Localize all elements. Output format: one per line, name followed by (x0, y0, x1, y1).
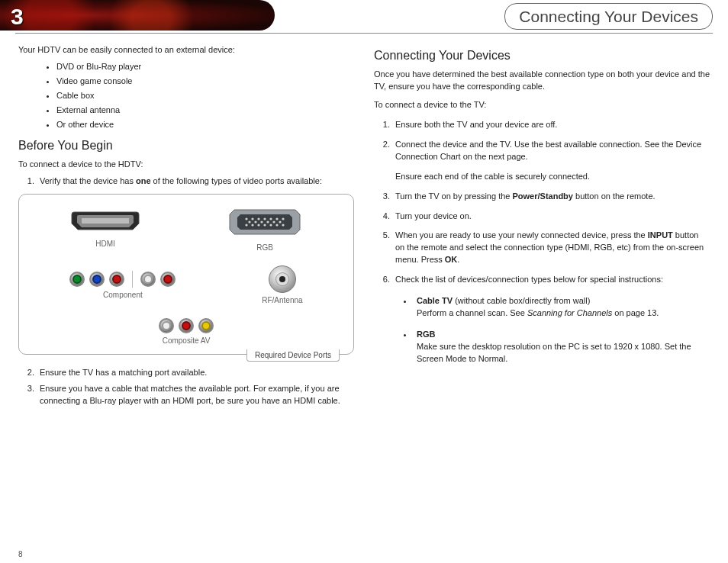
rf-label: RF/Antenna (262, 296, 302, 304)
header-banner-graphic (0, 0, 275, 31)
page-number: 8 (18, 550, 23, 558)
svg-rect-0 (82, 218, 129, 224)
page-header: 3 Connecting Your Devices (15, 0, 713, 34)
header-title-pill: Connecting Your Devices (504, 3, 713, 30)
composite-port-group: Composite AV (159, 318, 214, 345)
rca-blue-icon (89, 272, 105, 287)
svg-point-2 (251, 217, 253, 220)
device-list: DVD or Blu-Ray player Video game console… (56, 61, 354, 131)
component-port-group: Component (69, 271, 176, 299)
before-step-2: Ensure the TV has a matching port availa… (37, 367, 354, 379)
right-column: Connecting Your Devices Once you have de… (374, 44, 710, 413)
hdmi-port-group: HDMI (71, 209, 140, 248)
ports-diagram: HDMI RGB (18, 194, 354, 355)
separator-icon (132, 271, 133, 288)
before-step-1: Verify that the device has one of the fo… (37, 175, 354, 188)
device-item: Video game console (56, 76, 354, 88)
composite-label: Composite AV (159, 336, 214, 345)
svg-point-1 (245, 217, 247, 220)
before-steps: Verify that the device has one of the fo… (37, 175, 354, 188)
before-you-begin-heading: Before You Begin (18, 139, 354, 153)
right-para-2: To connect a device to the TV: (374, 99, 710, 111)
svg-point-8 (248, 220, 250, 223)
rca-white-icon (140, 272, 156, 287)
chapter-number: 3 (11, 4, 24, 30)
special-rgb: RGB Make sure the desktop resolution on … (414, 329, 710, 365)
device-item: Or other device (56, 119, 354, 131)
svg-point-15 (251, 224, 253, 226)
connect-step-2: Connect the device and the TV. Use the b… (392, 139, 710, 183)
svg-point-19 (275, 224, 278, 226)
rgb-port-group: RGB (228, 205, 301, 252)
special-cable-tv: Cable TV (without cable box/directly fro… (414, 295, 710, 320)
device-item: External antenna (56, 105, 354, 117)
before-steps-cont: Ensure the TV has a matching port availa… (37, 367, 354, 408)
left-column: Your HDTV can be easily connected to an … (18, 44, 354, 413)
coax-port-icon (269, 265, 296, 293)
svg-point-16 (257, 224, 259, 226)
vga-port-icon (228, 205, 301, 239)
connect-step-3: Turn the TV on by pressing the Power/Sta… (392, 191, 710, 203)
connect-step-6: Check the list of devices/connection typ… (392, 274, 710, 365)
before-step-3: Ensure you have a cable that matches the… (37, 383, 354, 407)
svg-point-9 (254, 220, 256, 223)
svg-point-4 (263, 217, 266, 220)
connecting-heading: Connecting Your Devices (374, 49, 710, 63)
connect-steps: Ensure both the TV and your device are o… (392, 119, 710, 365)
rca-red-icon (109, 272, 124, 287)
svg-point-14 (245, 224, 247, 226)
header-title: Connecting Your Devices (519, 8, 698, 26)
svg-point-7 (282, 217, 284, 220)
svg-point-3 (257, 217, 259, 220)
intro-text: Your HDTV can be easily connected to an … (18, 44, 354, 56)
hdmi-port-icon (71, 209, 140, 235)
svg-point-13 (279, 220, 281, 223)
hdmi-label: HDMI (71, 240, 140, 248)
connect-step-4: Turn your device on. (392, 211, 710, 223)
component-label: Component (69, 291, 176, 299)
rgb-label: RGB (228, 243, 301, 252)
ports-caption: Required Device Ports (246, 349, 340, 362)
connect-step-5: When you are ready to use your newly con… (392, 230, 710, 266)
rf-port-group: RF/Antenna (262, 265, 302, 304)
rca-green-icon (69, 272, 85, 287)
before-intro: To connect a device to the HDTV: (18, 159, 354, 171)
device-item: Cable box (56, 90, 354, 102)
svg-point-20 (282, 224, 284, 226)
device-item: DVD or Blu-Ray player (56, 61, 354, 73)
svg-point-5 (269, 217, 272, 220)
connect-step-1: Ensure both the TV and your device are o… (392, 119, 710, 131)
svg-point-10 (260, 220, 263, 223)
svg-point-6 (275, 217, 278, 220)
right-para-1: Once you have determined the best availa… (374, 69, 710, 93)
svg-point-18 (269, 224, 272, 226)
rca-yellow-icon (198, 318, 214, 333)
svg-point-11 (266, 220, 269, 223)
rca-red-icon (179, 318, 194, 333)
svg-point-17 (263, 224, 266, 226)
svg-point-12 (272, 220, 275, 223)
rca-red-icon (160, 272, 176, 287)
rca-white-icon (159, 318, 174, 333)
